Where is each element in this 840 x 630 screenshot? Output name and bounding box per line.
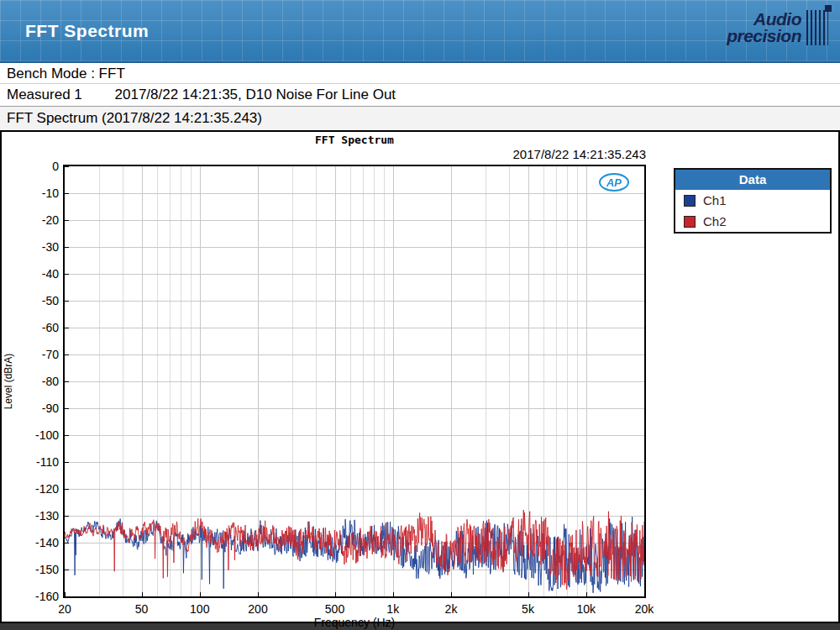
measured-label: Measured 1 (7, 87, 82, 102)
y-tick-label: -130 (15, 509, 59, 522)
y-tick-label: -140 (15, 536, 59, 549)
legend-item-ch1[interactable]: Ch1 (675, 190, 830, 211)
fft-plot-canvas[interactable] (65, 166, 644, 596)
y-tick-label: -10 (15, 186, 59, 200)
y-tick-label: 0 (15, 160, 59, 173)
legend-title: Data (675, 170, 830, 190)
ch1-color-swatch (684, 195, 696, 207)
ch2-color-swatch (684, 216, 696, 228)
y-tick-label: -150 (15, 563, 59, 576)
chart-panel: FFT Spectrum 2017/8/22 14:21:35.243 Leve… (0, 130, 840, 623)
chart-title: FFT Spectrum (63, 134, 646, 146)
y-tick-label: -20 (15, 213, 59, 227)
audio-precision-logo-text: Audio precision (727, 11, 801, 45)
logo-barcode-icon (806, 10, 828, 45)
x-tick-label: 5k (503, 602, 554, 616)
app-header: FFT Spectrum Audio precision (0, 0, 840, 63)
y-tick-label: -30 (15, 240, 59, 254)
y-tick-label: -70 (15, 348, 59, 361)
logo-square-icon (825, 5, 832, 12)
plot-area: AP (63, 165, 646, 598)
measured-row: Measured 1 2017/8/22 14:21:35, D10 Noise… (0, 84, 840, 106)
x-tick-label: 10k (561, 602, 612, 616)
x-tick-label: 50 (117, 602, 167, 616)
section-title: FFT Spectrum (2017/8/22 14:21:35.243) (0, 106, 840, 130)
y-axis-label-text: Level (dBrA) (3, 354, 14, 410)
x-tick-label: 20 (39, 602, 90, 616)
legend-item-ch2[interactable]: Ch2 (675, 211, 830, 232)
y-tick-label: -120 (15, 482, 59, 496)
chart-timestamp: 2017/8/22 14:21:35.243 (63, 147, 646, 161)
y-tick-label: -80 (15, 375, 59, 388)
y-axis-label: Level (dBrA) (2, 165, 15, 598)
y-tick-label: -40 (15, 267, 59, 281)
bench-mode-row: Bench Mode : FFT (0, 63, 840, 84)
x-tick-label: 500 (310, 602, 360, 616)
x-tick-label: 20k (619, 602, 669, 616)
y-tick-label: -50 (15, 294, 59, 307)
x-tick-label: 200 (233, 602, 283, 616)
y-tick-label: -90 (15, 402, 59, 415)
y-tick-label: -160 (15, 590, 59, 603)
x-tick-label: 1k (368, 602, 418, 616)
logo-line2: precision (727, 28, 801, 45)
x-axis-label: Frequency (Hz) (63, 616, 646, 629)
audio-precision-logo: Audio precision (727, 10, 828, 45)
page-title: FFT Spectrum (0, 21, 149, 41)
y-tick-label: -100 (15, 428, 59, 442)
logo-line1: Audio (727, 11, 801, 28)
legend: Data Ch1 Ch2 (674, 168, 832, 234)
legend-label-ch2: Ch2 (703, 214, 727, 228)
ap-logo-icon: AP (599, 173, 629, 192)
y-tick-label: -110 (15, 455, 59, 469)
ap-logo-text: AP (606, 176, 622, 189)
x-tick-label: 2k (426, 602, 476, 616)
x-tick-label: 100 (175, 602, 225, 616)
legend-label-ch1: Ch1 (703, 193, 727, 207)
measured-value: 2017/8/22 14:21:35, D10 Noise For Line O… (115, 87, 396, 102)
y-tick-label: -60 (15, 321, 59, 334)
